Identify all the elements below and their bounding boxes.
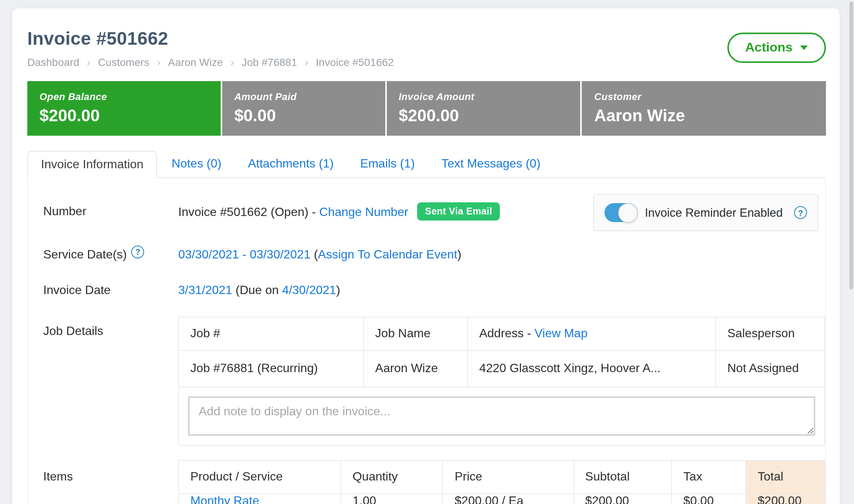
address-header-text: Address - — [479, 327, 535, 340]
amount-paid-panel: Amount Paid $0.00 — [222, 81, 385, 136]
job-details-table: Job # Job Name Address - View Map Salesp… — [178, 316, 825, 445]
number-label: Number — [28, 205, 178, 218]
actions-button[interactable]: Actions — [727, 33, 826, 63]
breadcrumb-customer-name[interactable]: Aaron Wize — [168, 56, 223, 68]
paren-open: ( — [314, 248, 318, 261]
product-service-header: Product / Service — [179, 460, 341, 493]
invoice-amount-panel: Invoice Amount $200.00 — [386, 81, 581, 136]
paren-close: ) — [457, 248, 462, 261]
tab-text-messages[interactable]: Text Messages (0) — [429, 150, 553, 177]
breadcrumb: Dashboard › Customers › Aaron Wize › Job… — [27, 56, 394, 68]
item-row: Monthy Rate 1.00 $200.00 / Ea $200.00 $0… — [179, 493, 825, 504]
invoice-date-link[interactable]: 3/31/2021 — [178, 283, 232, 296]
invoice-card: Invoice #501662 Dashboard › Customers › … — [12, 8, 840, 504]
customer-label: Customer — [594, 91, 814, 102]
total-header: Total — [746, 460, 825, 493]
customer-value: Aaron Wize — [594, 106, 814, 126]
due-on-text: (Due on — [235, 283, 282, 296]
tab-attachments[interactable]: Attachments (1) — [236, 150, 346, 177]
item-subtotal-cell: $200.00 — [573, 493, 672, 504]
help-icon[interactable]: ? — [794, 206, 807, 219]
help-icon[interactable]: ? — [132, 245, 144, 258]
tab-notes[interactable]: Notes (0) — [159, 150, 234, 177]
job-details-header-row: Job # Job Name Address - View Map Salesp… — [179, 317, 825, 350]
number-text: Invoice #501662 (Open) - — [178, 205, 319, 218]
caret-down-icon — [800, 45, 808, 50]
invoice-amount-value: $200.00 — [399, 106, 568, 126]
job-details-label: Job Details — [28, 316, 178, 338]
invoice-note-cell — [179, 387, 825, 445]
invoice-reminder-toggle[interactable] — [604, 203, 638, 222]
salesperson-cell: Not Assigned — [716, 350, 825, 387]
job-details-table-wrap: Job # Job Name Address - View Map Salesp… — [178, 316, 825, 445]
amount-paid-label: Amount Paid — [234, 91, 373, 102]
items-table-wrap: Product / Service Quantity Price Subtota… — [178, 460, 825, 504]
invoice-page: Invoice #501662 Dashboard › Customers › … — [0, 0, 854, 504]
service-dates-row: Service Date(s)? 03/30/2021 - 03/30/2021… — [28, 248, 825, 262]
view-map-link[interactable]: View Map — [535, 327, 588, 340]
change-number-link[interactable]: Change Number — [319, 205, 408, 218]
breadcrumb-job[interactable]: Job #76881 — [242, 56, 297, 68]
sent-via-email-badge: Sent Via Email — [418, 202, 500, 221]
invoice-date-row: Invoice Date 3/31/2021 (Due on 4/30/2021… — [28, 283, 825, 297]
breadcrumb-invoice: Invoice #501662 — [316, 56, 394, 68]
page-title: Invoice #501662 — [27, 28, 394, 49]
open-balance-value: $200.00 — [39, 106, 209, 126]
subtotal-header: Subtotal — [573, 460, 672, 493]
page-header: Invoice #501662 Dashboard › Customers › … — [12, 8, 840, 68]
job-name-header: Job Name — [363, 317, 467, 350]
invoice-information-panel: Invoice Reminder Enabled ? Number Invoic… — [27, 177, 826, 504]
chevron-right-icon: › — [305, 56, 308, 68]
address-cell: 4220 Glasscott Xingz, Hoover A... — [468, 350, 716, 387]
job-name-cell: Aaron Wize — [363, 350, 467, 387]
item-total-cell: $200.00 — [746, 493, 825, 504]
item-price-cell: $200.00 / Ea — [443, 493, 573, 504]
open-balance-panel: Open Balance $200.00 — [27, 81, 221, 136]
chevron-right-icon: › — [157, 56, 160, 68]
items-table: Product / Service Quantity Price Subtota… — [178, 460, 825, 504]
invoice-note-input[interactable] — [188, 396, 815, 435]
tab-invoice-information[interactable]: Invoice Information — [27, 151, 157, 178]
items-row: Items Product / Service Quantity Price S… — [28, 460, 825, 504]
invoice-amount-label: Invoice Amount — [399, 91, 568, 102]
amount-paid-value: $0.00 — [234, 106, 373, 126]
job-details-data-row: Job #76881 (Recurring) Aaron Wize 4220 G… — [179, 350, 825, 387]
salesperson-header: Salesperson — [716, 317, 825, 350]
tab-emails[interactable]: Emails (1) — [348, 150, 427, 177]
invoice-note-row — [179, 387, 825, 445]
scrollbar-thumb[interactable] — [849, 2, 853, 290]
summary-bar: Open Balance $200.00 Amount Paid $0.00 I… — [27, 81, 826, 136]
tab-bar: Invoice Information Notes (0) Attachment… — [27, 150, 826, 177]
chevron-right-icon: › — [231, 56, 234, 68]
breadcrumb-dashboard[interactable]: Dashboard — [27, 56, 79, 68]
quantity-header: Quantity — [341, 460, 443, 493]
job-number-cell: Job #76881 (Recurring) — [179, 350, 363, 387]
page-scrollbar[interactable] — [849, 0, 854, 504]
service-date-range-link[interactable]: 03/30/2021 - 03/30/2021 — [178, 248, 311, 261]
invoice-date-label: Invoice Date — [28, 283, 178, 297]
price-header: Price — [443, 460, 573, 493]
item-tax-cell: $0.00 — [672, 493, 746, 504]
item-product-cell: Monthy Rate — [179, 493, 341, 504]
job-number-header: Job # — [179, 317, 363, 350]
invoice-reminder-label: Invoice Reminder Enabled — [645, 206, 783, 219]
service-dates-label-text: Service Date(s) — [43, 248, 127, 261]
due-date-link[interactable]: 4/30/2021 — [282, 283, 336, 296]
invoice-date-value: 3/31/2021 (Due on 4/30/2021) — [178, 283, 825, 297]
service-dates-value: 03/30/2021 - 03/30/2021 (Assign To Calen… — [178, 248, 825, 262]
header-left: Invoice #501662 Dashboard › Customers › … — [27, 28, 394, 68]
service-dates-label: Service Date(s)? — [28, 248, 178, 262]
chevron-right-icon: › — [87, 56, 90, 68]
toggle-knob — [618, 203, 638, 222]
assign-to-calendar-event-link[interactable]: Assign To Calendar Event — [318, 248, 457, 261]
items-header-row: Product / Service Quantity Price Subtota… — [179, 460, 825, 493]
breadcrumb-customers[interactable]: Customers — [98, 56, 149, 68]
job-details-row: Job Details Job # Job Name Address - Vie… — [28, 316, 825, 445]
open-balance-label: Open Balance — [39, 91, 209, 102]
address-header: Address - View Map — [468, 317, 716, 350]
actions-button-label: Actions — [745, 40, 793, 55]
item-product-link[interactable]: Monthy Rate — [190, 494, 259, 504]
item-quantity-cell: 1.00 — [341, 493, 443, 504]
due-close-text: ) — [336, 283, 340, 296]
items-label: Items — [28, 460, 178, 483]
